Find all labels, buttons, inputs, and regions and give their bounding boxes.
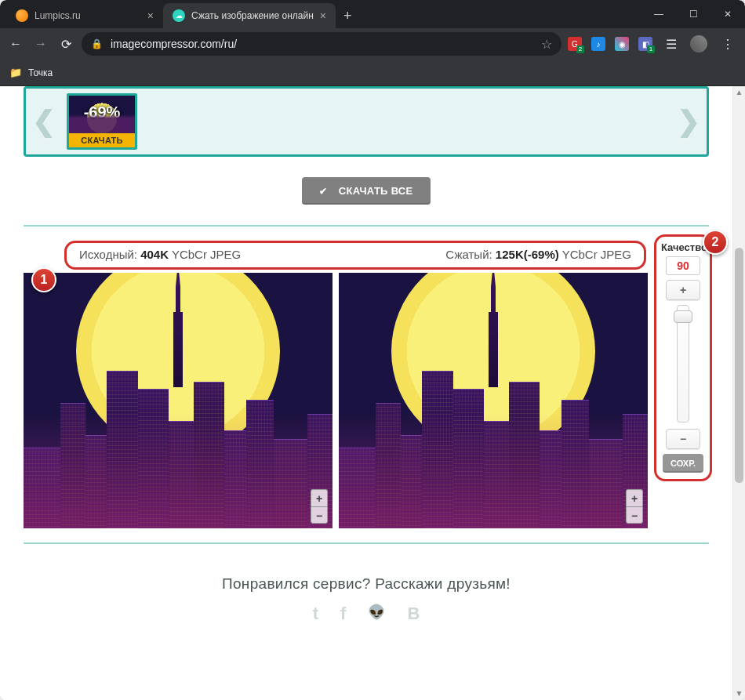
- tab-title: Сжать изображение онлайн: [191, 10, 314, 21]
- browser-toolbar: ← → ⟳ 🔒 imagecompressor.com/ru/ ☆ G 2 ♪ …: [0, 28, 745, 60]
- scroll-track[interactable]: [733, 99, 745, 687]
- thumbnail-strip: ❮ -69% СКАЧАТЬ ❯: [24, 86, 709, 157]
- zoom-in-button[interactable]: +: [626, 489, 643, 506]
- extension-icon[interactable]: G 2: [568, 37, 582, 51]
- section-divider: [24, 542, 709, 544]
- bookmarks-bar: 📁 Точка: [0, 60, 745, 86]
- chrome-menu-icon[interactable]: ⋮: [717, 37, 739, 52]
- tab-title: Lumpics.ru: [35, 10, 81, 21]
- extension-badge: 1: [647, 45, 655, 53]
- quality-label: Качество: [661, 241, 705, 253]
- share-tumblr-icon[interactable]: t: [313, 604, 318, 624]
- quality-slider[interactable]: [677, 305, 689, 423]
- quality-plus-button[interactable]: +: [666, 280, 700, 300]
- lock-icon: 🔒: [91, 38, 103, 49]
- thumbnail-download-button[interactable]: СКАЧАТЬ: [69, 133, 135, 147]
- reload-button[interactable]: ⟳: [56, 37, 75, 52]
- tab-imagecompressor[interactable]: ☁ Сжать изображение онлайн ×: [163, 3, 336, 28]
- forward-button[interactable]: →: [31, 37, 50, 51]
- extension-badge: 2: [576, 45, 584, 53]
- size-info-bar: Исходный: 404K YCbCr JPEG Сжатый: 125K(-…: [64, 241, 646, 270]
- share-section: Понравился сервис? Расскажи друзьям! t f…: [0, 575, 732, 624]
- quality-panel: Качество + − СОХР.: [654, 234, 712, 481]
- quality-input[interactable]: [666, 256, 700, 275]
- annotation-callout-1: 1: [31, 267, 56, 292]
- scroll-down-icon[interactable]: ▼: [733, 687, 745, 700]
- zoom-out-button[interactable]: −: [626, 506, 643, 524]
- page-scrollbar[interactable]: ▲ ▼: [732, 86, 745, 700]
- upload-thumbnail[interactable]: -69% СКАЧАТЬ: [67, 93, 137, 150]
- zoom-controls: + −: [626, 489, 643, 524]
- back-button[interactable]: ←: [6, 37, 25, 51]
- url-text: imagecompressor.com/ru/: [111, 38, 237, 50]
- close-window-button[interactable]: ✕: [710, 0, 745, 28]
- profile-avatar[interactable]: [690, 35, 707, 53]
- extension-music-icon[interactable]: ♪: [591, 37, 605, 51]
- share-facebook-icon[interactable]: f: [340, 604, 346, 624]
- page-content: ❮ -69% СКАЧАТЬ ❯ ✔ СКАЧАТЬ ВСЕ 1 2: [0, 86, 745, 700]
- window-controls: — ☐ ✕: [641, 0, 745, 28]
- zoom-in-button[interactable]: +: [311, 489, 328, 506]
- close-icon[interactable]: ×: [320, 9, 326, 22]
- save-button[interactable]: СОХР.: [663, 454, 703, 473]
- favicon-orange-icon: [16, 9, 28, 22]
- slider-handle[interactable]: [674, 310, 692, 323]
- close-icon[interactable]: ×: [147, 9, 154, 22]
- quality-minus-button[interactable]: −: [666, 429, 700, 449]
- reading-list-icon[interactable]: ☰: [662, 37, 681, 52]
- zoom-controls: + −: [311, 489, 328, 524]
- folder-icon: 📁: [9, 67, 22, 78]
- minimize-button[interactable]: —: [641, 0, 676, 28]
- new-tab-button[interactable]: +: [336, 8, 360, 24]
- share-vk-icon[interactable]: B: [407, 604, 420, 624]
- original-preview[interactable]: + −: [24, 273, 333, 528]
- carousel-prev-icon[interactable]: ❮: [32, 105, 56, 138]
- extension-globe-icon[interactable]: ◉: [615, 37, 629, 51]
- scroll-up-icon[interactable]: ▲: [733, 86, 745, 99]
- carousel-next-icon[interactable]: ❯: [677, 105, 700, 138]
- compare-area: 1 2 Исходный: 404K YCbCr JPEG Сжатый: 12…: [24, 241, 709, 528]
- maximize-button[interactable]: ☐: [676, 0, 710, 28]
- annotation-callout-2: 2: [703, 230, 728, 255]
- compressed-info: Сжатый: 125K(-69%) YCbCr JPEG: [445, 248, 631, 261]
- checkmark-icon: ✔: [319, 186, 327, 197]
- original-info: Исходный: 404K YCbCr JPEG: [79, 248, 241, 261]
- address-bar[interactable]: 🔒 imagecompressor.com/ru/ ☆: [82, 32, 561, 56]
- bookmark-item[interactable]: Точка: [28, 67, 53, 78]
- extension-icons: G 2 ♪ ◉ ◧ 1 ☰ ⋮: [568, 35, 739, 53]
- favicon-cloud-icon: ☁: [173, 9, 185, 22]
- extension-box-icon[interactable]: ◧ 1: [638, 37, 652, 51]
- tab-lumpics[interactable]: Lumpics.ru ×: [6, 3, 163, 28]
- bookmark-star-icon[interactable]: ☆: [541, 37, 552, 52]
- thumbnail-percent-badge: -69%: [69, 103, 135, 122]
- download-all-button[interactable]: ✔ СКАЧАТЬ ВСЕ: [302, 177, 430, 205]
- section-divider: [24, 225, 709, 227]
- window-titlebar: Lumpics.ru × ☁ Сжать изображение онлайн …: [0, 0, 745, 28]
- download-all-label: СКАЧАТЬ ВСЕ: [339, 185, 413, 197]
- thumbnail-preview: -69%: [69, 96, 135, 133]
- compressed-preview[interactable]: + −: [339, 273, 648, 528]
- zoom-out-button[interactable]: −: [311, 506, 328, 524]
- share-reddit-icon[interactable]: 👽: [368, 604, 385, 624]
- scroll-thumb[interactable]: [735, 248, 743, 483]
- share-heading: Понравился сервис? Расскажи друзьям!: [0, 575, 732, 593]
